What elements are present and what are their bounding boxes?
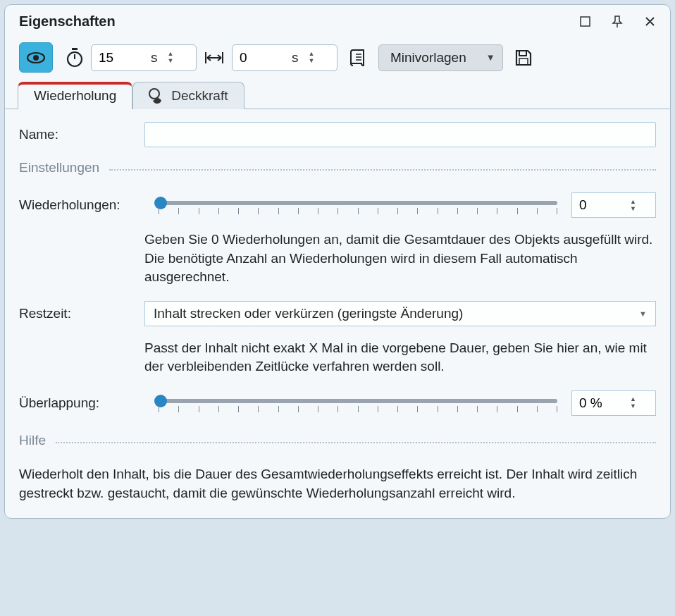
duration-input[interactable]: s ▲▼ — [91, 44, 197, 71]
offset-spinner[interactable]: ▲▼ — [309, 51, 315, 63]
pin-icon[interactable] — [611, 16, 624, 28]
offset-value[interactable] — [240, 50, 287, 66]
duration-value[interactable] — [99, 50, 147, 66]
repetitions-spinner[interactable]: ▲▼ — [630, 199, 636, 211]
panel-header: Eigenschaften — [5, 5, 670, 35]
remaining-label: Restzeit: — [19, 306, 144, 321]
repetitions-value-box[interactable]: ▲▼ — [571, 192, 656, 218]
overlap-row: Überlappung: ▲▼ — [19, 390, 656, 416]
tab-content: Name: Einstellungen Wiederholungen: ▲▼ G… — [5, 109, 670, 518]
chevron-down-icon: ▼ — [486, 52, 495, 63]
maximize-icon[interactable] — [578, 16, 591, 28]
repetitions-slider[interactable] — [153, 192, 563, 218]
remaining-select[interactable]: Inhalt strecken oder verkürzen (geringst… — [144, 301, 656, 326]
overlap-label: Überlappung: — [19, 395, 144, 411]
stopwatch-icon — [64, 47, 85, 68]
properties-panel: Eigenschaften s ▲▼ — [4, 4, 671, 519]
templates-dropdown[interactable]: Minivorlagen ▼ — [378, 44, 503, 71]
name-label: Name: — [19, 127, 144, 142]
help-text: Wiederholt den Inhalt, bis die Dauer des… — [19, 465, 656, 503]
repetitions-value[interactable] — [579, 197, 628, 213]
svg-rect-0 — [581, 17, 590, 26]
svg-rect-13 — [519, 58, 528, 65]
offset-unit: s — [292, 50, 299, 66]
svg-rect-3 — [72, 48, 78, 50]
header-controls — [578, 16, 656, 28]
duration-unit: s — [151, 50, 158, 66]
name-input[interactable] — [144, 122, 656, 147]
duration-spinner[interactable]: ▲▼ — [168, 51, 174, 63]
templates-label: Minivorlagen — [390, 50, 466, 66]
tabs: Wiederholung Deckkraft — [18, 81, 657, 109]
opacity-icon — [149, 88, 166, 104]
script-icon[interactable] — [347, 47, 369, 68]
chevron-down-icon: ▼ — [639, 309, 647, 318]
repetitions-description: Geben Sie 0 Wiederholungen an, damit die… — [144, 230, 656, 287]
section-settings: Einstellungen — [19, 160, 656, 175]
repetitions-label: Wiederholungen: — [19, 197, 144, 213]
remaining-description: Passt der Inhalt nicht exakt X Mal in di… — [144, 339, 656, 376]
remaining-selected: Inhalt strecken oder verkürzen (geringst… — [154, 306, 463, 321]
tab-opacity[interactable]: Deckkraft — [132, 82, 244, 109]
overlap-value[interactable] — [579, 395, 628, 411]
visibility-button[interactable] — [19, 42, 53, 73]
toolbar: s ▲▼ s ▲▼ Minivorlagen ▼ — [5, 35, 670, 81]
remaining-row: Restzeit: Inhalt strecken oder verkürzen… — [19, 301, 656, 326]
width-arrows-icon — [204, 47, 225, 68]
offset-input[interactable]: s ▲▼ — [232, 44, 338, 71]
overlap-spinner[interactable]: ▲▼ — [630, 397, 636, 409]
section-help: Hilfe — [19, 433, 656, 448]
repetitions-row: Wiederholungen: ▲▼ — [19, 192, 656, 218]
panel-title: Eigenschaften — [19, 13, 578, 30]
name-row: Name: — [19, 122, 656, 147]
save-icon[interactable] — [513, 47, 534, 68]
svg-point-2 — [33, 55, 39, 61]
overlap-slider[interactable] — [153, 390, 563, 416]
close-icon[interactable] — [643, 16, 656, 28]
overlap-value-box[interactable]: ▲▼ — [571, 390, 656, 416]
tab-repetition[interactable]: Wiederholung — [18, 82, 132, 109]
svg-point-14 — [149, 89, 159, 99]
